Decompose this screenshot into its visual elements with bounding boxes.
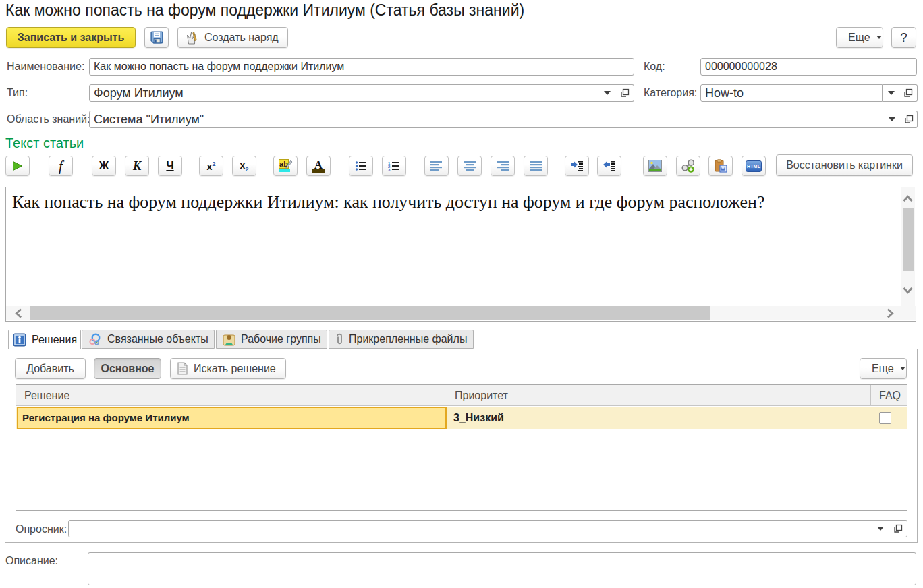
svg-text:3: 3 [388, 168, 391, 171]
